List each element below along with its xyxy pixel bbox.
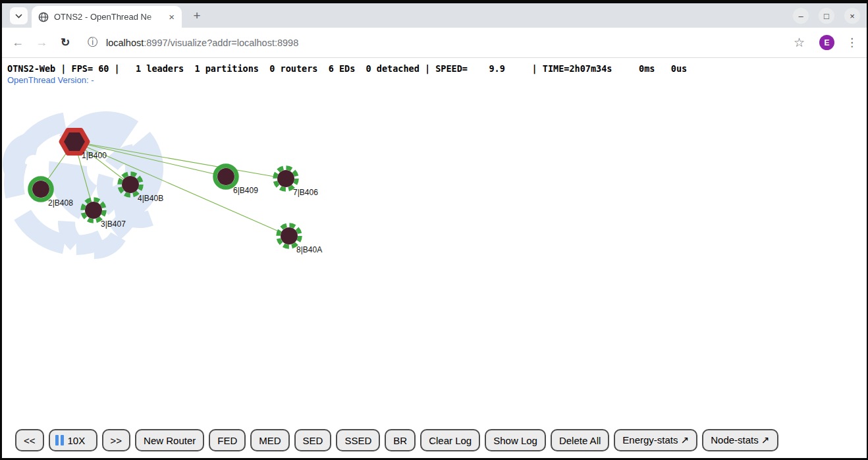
show-log-button[interactable]: Show Log [485, 429, 546, 451]
delete-all-button[interactable]: Delete All [551, 429, 609, 451]
node-2[interactable] [30, 179, 52, 200]
node-body [32, 181, 49, 198]
node-body [281, 227, 298, 244]
button-label: >> [111, 435, 122, 446]
node-6[interactable] [215, 166, 237, 188]
button-label: << [24, 435, 36, 446]
tab-title: OTNS2 - OpenThread Ne [54, 12, 167, 22]
chevron-down-icon [15, 14, 22, 18]
back-icon[interactable]: ← [10, 36, 26, 49]
node-label-8: 8|B40A [296, 245, 322, 254]
site-info-icon[interactable]: ⓘ [88, 36, 98, 49]
clear-log-button[interactable]: Clear Log [420, 429, 480, 451]
window-controls: – □ × [793, 8, 860, 24]
tab-otns2[interactable]: OTNS2 - OpenThread Ne × [32, 6, 182, 28]
openthread-version-link[interactable]: OpenThread Version: - [7, 75, 94, 85]
node-label-6: 6|B409 [233, 186, 258, 195]
node-label-4: 4|B40B [138, 194, 163, 203]
url-host: localhost [106, 38, 144, 48]
forward-icon[interactable]: → [34, 36, 49, 49]
node-1-leader[interactable] [61, 130, 88, 154]
button-label: Show Log [493, 435, 537, 446]
node-stats-button[interactable]: Node-stats ↗ [702, 429, 778, 451]
node-label-2: 2|B408 [48, 198, 73, 208]
minimize-icon[interactable]: – [793, 8, 809, 24]
browser-window: OTNS2 - OpenThread Ne × + – □ × ← → ↻ ⓘ … [2, 3, 867, 458]
button-label: SED [303, 435, 323, 446]
globe-icon [38, 12, 49, 22]
new-med-button[interactable]: MED [250, 429, 289, 451]
node-body [217, 168, 234, 185]
browser-toolbar: ← → ↻ ⓘ localhost:8997/visualize?addr=lo… [2, 28, 867, 58]
button-label: 10X [68, 435, 86, 446]
tab-strip: OTNS2 - OpenThread Ne × + – □ × [2, 3, 867, 28]
energy-stats-button[interactable]: Energy-stats ↗ [614, 429, 697, 451]
new-fed-button[interactable]: FED [209, 429, 246, 451]
profile-avatar[interactable]: E [819, 35, 834, 50]
button-label: SSED [344, 435, 371, 446]
button-label: Node-stats ↗ [711, 434, 769, 446]
leader-hexagon [61, 130, 88, 154]
node-label-3: 3|B407 [101, 219, 126, 229]
node-body [85, 202, 102, 219]
button-label: BR [393, 435, 407, 446]
node-label-7: 7|B406 [293, 188, 318, 197]
pause-icon [55, 435, 64, 446]
tab-search-button[interactable] [10, 7, 28, 24]
node-label-1: 1|B400 [82, 151, 107, 160]
new-sed-button[interactable]: SED [294, 429, 332, 451]
browser-menu-icon[interactable]: ⋮ [846, 36, 857, 49]
button-label: Clear Log [429, 435, 472, 446]
bookmark-star-icon[interactable]: ☆ [794, 35, 805, 50]
close-icon[interactable]: × [844, 8, 860, 24]
page-content: OTNS2-Web | FPS= 60 | 1 leaders 1 partit… [2, 58, 867, 458]
node-8[interactable] [279, 225, 300, 247]
new-br-button[interactable]: BR [385, 429, 416, 451]
node-body [122, 176, 139, 193]
node-7[interactable] [275, 168, 297, 190]
speed-down-button[interactable]: << [15, 429, 44, 451]
simulation-status-line: OTNS2-Web | FPS= 60 | 1 leaders 1 partit… [7, 63, 687, 74]
new-tab-button[interactable]: + [188, 7, 205, 24]
maximize-icon[interactable]: □ [819, 8, 834, 24]
network-canvas: 1|B4002|B4083|B4074|B40B6|B4097|B4068|B4… [2, 58, 867, 457]
new-router-button[interactable]: New Router [135, 429, 204, 451]
reload-icon[interactable]: ↻ [57, 36, 73, 49]
url-path: :8997/visualize?addr=localhost:8998 [144, 38, 298, 48]
node-body [277, 170, 294, 187]
simulation-toolbar: <<10X>>New RouterFEDMEDSEDSSEDBRClear Lo… [15, 429, 778, 451]
new-ssed-button[interactable]: SSED [336, 429, 380, 451]
button-label: Delete All [559, 435, 601, 446]
button-label: MED [259, 435, 281, 446]
speed-up-button[interactable]: >> [102, 429, 131, 451]
button-label: FED [217, 435, 237, 446]
address-bar[interactable]: localhost:8997/visualize?addr=localhost:… [106, 38, 298, 48]
button-label: New Router [144, 435, 196, 446]
button-label: Energy-stats ↗ [622, 434, 689, 446]
tab-close-icon[interactable]: × [167, 11, 176, 22]
speed-button[interactable]: 10X [49, 429, 97, 451]
